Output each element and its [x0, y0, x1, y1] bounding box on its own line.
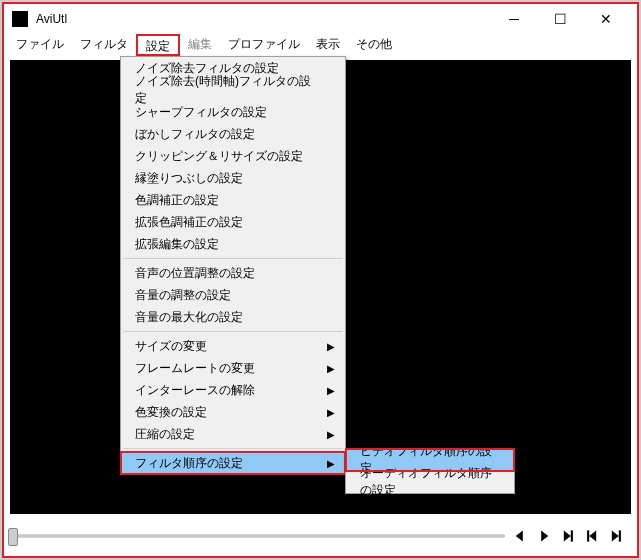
menuitem-拡張色調補正の設定[interactable]: 拡張色調補正の設定	[121, 211, 345, 233]
menuitem-圧縮の設定[interactable]: 圧縮の設定▶	[121, 423, 345, 445]
slider-thumb[interactable]	[8, 528, 18, 546]
menuitem-クリッピング＆リサイズの設定[interactable]: クリッピング＆リサイズの設定	[121, 145, 345, 167]
menuitem-色変換の設定[interactable]: 色変換の設定▶	[121, 401, 345, 423]
menu-フィルタ[interactable]: フィルタ	[72, 34, 136, 56]
menuitem-label: 縁塗りつぶしの設定	[135, 170, 243, 187]
playback-controls	[509, 525, 633, 547]
filter-order-submenu: ビデオフィルタ順序の設定オーディオフィルタ順序の設定	[345, 448, 515, 494]
app-window: AviUtl ─ ☐ ✕ ファイルフィルタ設定編集プロファイル表示その他 ノイズ…	[2, 2, 639, 558]
menuitem-色調補正の設定[interactable]: 色調補正の設定	[121, 189, 345, 211]
menuitem-インターレースの解除[interactable]: インターレースの解除▶	[121, 379, 345, 401]
separator	[123, 448, 343, 449]
go-start-button[interactable]	[581, 525, 603, 547]
menuitem-音声の位置調整の設定[interactable]: 音声の位置調整の設定	[121, 262, 345, 284]
window-title: AviUtl	[36, 12, 491, 26]
titlebar[interactable]: AviUtl ─ ☐ ✕	[4, 4, 637, 34]
menuitem-label: シャープフィルタの設定	[135, 104, 267, 121]
menu-プロファイル[interactable]: プロファイル	[220, 34, 308, 56]
maximize-button[interactable]: ☐	[537, 4, 583, 34]
menuitem-label: 圧縮の設定	[135, 426, 195, 443]
menuitem-label: クリッピング＆リサイズの設定	[135, 148, 303, 165]
separator	[123, 331, 343, 332]
menuitem-フィルタ順序の設定[interactable]: フィルタ順序の設定▶	[121, 452, 345, 474]
settings-dropdown: ノイズ除去フィルタの設定ノイズ除去(時間軸)フィルタの設定シャープフィルタの設定…	[120, 56, 346, 475]
menuitem-縁塗りつぶしの設定[interactable]: 縁塗りつぶしの設定	[121, 167, 345, 189]
menuitem-label: 色調補正の設定	[135, 192, 219, 209]
next-frame-button[interactable]	[557, 525, 579, 547]
menuitem-label: 色変換の設定	[135, 404, 207, 421]
menuitem-拡張編集の設定[interactable]: 拡張編集の設定	[121, 233, 345, 255]
menuitem-label: 拡張色調補正の設定	[135, 214, 243, 231]
separator	[123, 258, 343, 259]
menuitem-label: フィルタ順序の設定	[135, 455, 243, 472]
menu-編集: 編集	[180, 34, 220, 56]
chevron-right-icon: ▶	[327, 407, 335, 418]
menuitem-ぼかしフィルタの設定[interactable]: ぼかしフィルタの設定	[121, 123, 345, 145]
seek-slider[interactable]	[8, 526, 505, 546]
menuitem-label: ぼかしフィルタの設定	[135, 126, 255, 143]
svg-rect-1	[587, 530, 589, 541]
chevron-right-icon: ▶	[327, 458, 335, 469]
menuitem-label: フレームレートの変更	[135, 360, 255, 377]
menuitem-label: 音量の調整の設定	[135, 287, 231, 304]
submenu-item-オーディオフィルタ順序の設定[interactable]: オーディオフィルタ順序の設定	[346, 471, 514, 493]
menu-表示[interactable]: 表示	[308, 34, 348, 56]
play-button[interactable]	[533, 525, 555, 547]
close-button[interactable]: ✕	[583, 4, 629, 34]
menuitem-label: サイズの変更	[135, 338, 207, 355]
menuitem-label: インターレースの解除	[135, 382, 255, 399]
menuitem-シャープフィルタの設定[interactable]: シャープフィルタの設定	[121, 101, 345, 123]
menuitem-ノイズ除去(時間軸)フィルタの設定[interactable]: ノイズ除去(時間軸)フィルタの設定	[121, 79, 345, 101]
chevron-right-icon: ▶	[327, 363, 335, 374]
menu-その他[interactable]: その他	[348, 34, 400, 56]
menuitem-サイズの変更[interactable]: サイズの変更▶	[121, 335, 345, 357]
chevron-right-icon: ▶	[327, 341, 335, 352]
menubar: ファイルフィルタ設定編集プロファイル表示その他	[4, 34, 637, 56]
window-controls: ─ ☐ ✕	[491, 4, 629, 34]
menuitem-label: 拡張編集の設定	[135, 236, 219, 253]
menuitem-音量の最大化の設定[interactable]: 音量の最大化の設定	[121, 306, 345, 328]
menuitem-フレームレートの変更[interactable]: フレームレートの変更▶	[121, 357, 345, 379]
chevron-right-icon: ▶	[327, 429, 335, 440]
go-end-button[interactable]	[605, 525, 627, 547]
chevron-right-icon: ▶	[327, 385, 335, 396]
menuitem-label: 音量の最大化の設定	[135, 309, 243, 326]
menuitem-label: 音声の位置調整の設定	[135, 265, 255, 282]
slider-track-line	[8, 535, 505, 538]
bottom-bar	[8, 520, 633, 552]
app-icon	[12, 11, 28, 27]
svg-rect-0	[571, 530, 573, 541]
menu-設定[interactable]: 設定	[136, 34, 180, 56]
menuitem-音量の調整の設定[interactable]: 音量の調整の設定	[121, 284, 345, 306]
menu-ファイル[interactable]: ファイル	[8, 34, 72, 56]
prev-frame-button[interactable]	[509, 525, 531, 547]
minimize-button[interactable]: ─	[491, 4, 537, 34]
svg-rect-2	[619, 530, 621, 541]
